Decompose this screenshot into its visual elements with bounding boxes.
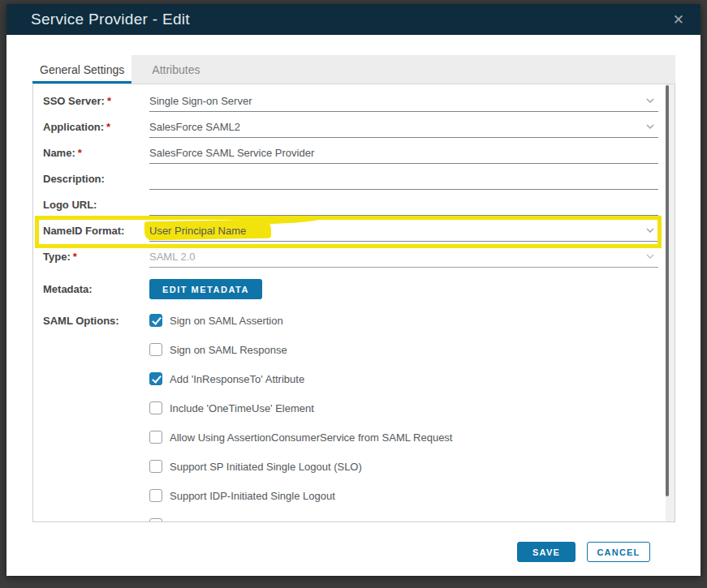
checkbox-label: Support SP Initiated Single Logout (SLO) [170, 461, 362, 473]
name-value: SalesForce SAML Service Provider [149, 147, 314, 159]
application-label: Application: [43, 121, 104, 133]
type-select-disabled: SAML 2.0 [149, 250, 658, 268]
checkbox-label: Support IDP Initiated U [170, 519, 278, 523]
checkbox-icon[interactable] [149, 518, 162, 522]
checkbox-icon[interactable] [149, 372, 162, 385]
tab-general-settings[interactable]: General Settings [32, 55, 131, 84]
checkbox-icon[interactable] [149, 401, 162, 414]
required-marker: * [107, 95, 111, 107]
name-input[interactable]: SalesForce SAML Service Provider [149, 146, 658, 164]
chevron-down-icon [645, 122, 655, 131]
nameid-format-value: User Principal Name [149, 225, 246, 237]
sso-server-row: SSO Server:* Single Sign-on Server [33, 94, 675, 112]
checkbox-icon[interactable] [149, 489, 162, 502]
saml-option-checkbox-row[interactable]: Support IDP-Initiated Single Logout [149, 489, 658, 502]
checkbox-icon[interactable] [149, 314, 162, 327]
saml-option-checkbox-row[interactable]: Sign on SAML Assertion [149, 314, 658, 327]
description-input[interactable] [149, 172, 658, 190]
saml-option-checkbox-row[interactable]: Sign on SAML Response [149, 343, 658, 356]
vertical-scrollbar[interactable] [666, 84, 675, 521]
checkbox-icon[interactable] [149, 343, 162, 356]
metadata-label: Metadata: [43, 283, 93, 295]
description-label: Description: [43, 173, 105, 185]
tab-bar: General Settings Attributes [32, 55, 675, 84]
checkbox-label: Sign on SAML Assertion [170, 315, 283, 327]
required-marker: * [106, 121, 110, 133]
application-value: SalesForce SAML2 [149, 121, 240, 133]
saml-option-checkbox-row[interactable]: Support SP Initiated Single Logout (SLO) [149, 460, 658, 473]
cancel-button[interactable]: CANCEL [587, 542, 650, 562]
checkbox-icon[interactable] [149, 460, 162, 473]
logo-url-input[interactable] [149, 198, 658, 216]
scrollbar-thumb[interactable] [666, 85, 669, 496]
sso-server-label: SSO Server: [43, 95, 105, 107]
nameid-format-row: NameID Format: User Principal Name [33, 224, 675, 242]
logo-url-label: Logo URL: [43, 199, 97, 211]
name-row: Name:* SalesForce SAML Service Provider [33, 146, 675, 164]
saml-option-checkbox-row[interactable]: Add 'InResponseTo' Attribute [149, 372, 658, 385]
dialog-title: Service Provider - Edit [31, 11, 190, 28]
saml-options-list: Sign on SAML Assertion Sign on SAML Resp… [149, 314, 658, 522]
sso-server-value: Single Sign-on Server [149, 95, 252, 107]
dialog-header: Service Provider - Edit ✕ [6, 4, 701, 35]
nameid-format-select[interactable]: User Principal Name [149, 224, 658, 242]
saml-option-checkbox-row[interactable]: Support IDP Initiated U [149, 518, 658, 522]
saml-option-checkbox-row[interactable]: Include 'OneTimeUse' Element [149, 401, 658, 414]
chevron-down-icon [645, 251, 655, 261]
type-label: Type: [43, 251, 71, 263]
save-button[interactable]: SAVE [517, 542, 576, 562]
chevron-down-icon [645, 96, 655, 105]
service-provider-edit-dialog: Service Provider - Edit ✕ General Settin… [6, 4, 701, 576]
metadata-row: Metadata: EDIT METADATA [33, 279, 675, 299]
chevron-down-icon [645, 225, 655, 235]
required-marker: * [73, 251, 77, 263]
nameid-format-label: NameID Format: [43, 225, 124, 237]
checkbox-label: Add 'InResponseTo' Attribute [170, 373, 304, 385]
saml-options-label: SAML Options: [43, 315, 119, 327]
form-scroll-area: SSO Server:* Single Sign-on Server Appli… [32, 84, 675, 522]
type-value: SAML 2.0 [149, 251, 196, 263]
dialog-footer: SAVE CANCEL [32, 522, 675, 562]
logo-url-row: Logo URL: [33, 198, 675, 216]
checkbox-label: Allow Using AssertionConsumerService fro… [170, 431, 453, 444]
tab-attributes[interactable]: Attributes [145, 55, 206, 84]
checkbox-label: Support IDP-Initiated Single Logout [170, 490, 335, 502]
name-label: Name: [43, 147, 75, 159]
required-marker: * [78, 147, 82, 159]
checkbox-label: Sign on SAML Response [170, 344, 287, 356]
saml-options-section: SAML Options: Sign on SAML Assertion Sig… [33, 314, 675, 522]
close-icon[interactable]: ✕ [673, 13, 684, 27]
type-row: Type:* SAML 2.0 [33, 250, 675, 268]
checkbox-icon[interactable] [149, 431, 162, 444]
edit-metadata-button[interactable]: EDIT METADATA [149, 279, 262, 299]
sso-server-select[interactable]: Single Sign-on Server [149, 94, 658, 112]
application-select[interactable]: SalesForce SAML2 [149, 120, 658, 138]
application-row: Application:* SalesForce SAML2 [33, 120, 675, 138]
saml-option-checkbox-row[interactable]: Allow Using AssertionConsumerService fro… [149, 431, 658, 444]
description-row: Description: [33, 172, 675, 190]
checkbox-label: Include 'OneTimeUse' Element [170, 402, 314, 414]
